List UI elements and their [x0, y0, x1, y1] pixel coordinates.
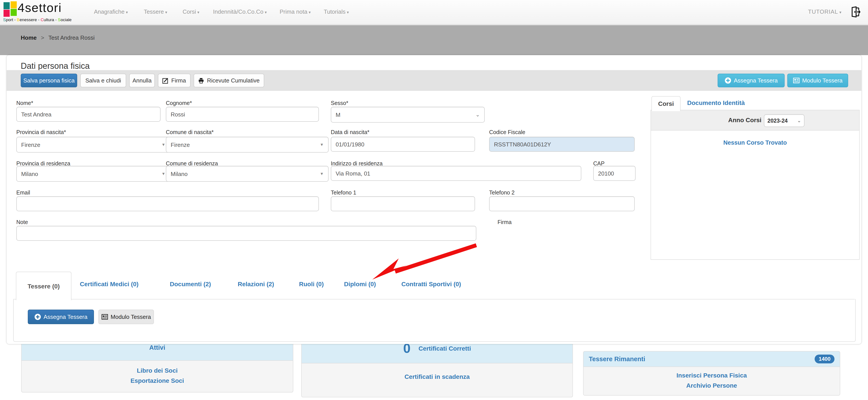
nome-label: Nome*: [16, 100, 33, 106]
tab-ruoli[interactable]: Ruoli (0): [299, 280, 324, 287]
assign-card-button-top[interactable]: Assegna Tessera: [718, 74, 785, 87]
tagline-initial: S: [58, 17, 61, 22]
tagline-word: ociale: [61, 17, 72, 22]
caret-down-icon: ▾: [126, 10, 128, 14]
tab-contratti-sportivi[interactable]: Contratti Sportivi (0): [401, 280, 461, 287]
nav-tutorial-dropdown[interactable]: TUTORIAL▾: [808, 8, 841, 15]
cumulative-receipts-label: Ricevute Cumulative: [207, 77, 259, 84]
email-input[interactable]: [16, 196, 319, 211]
cap-input[interactable]: [593, 166, 636, 181]
sign-button[interactable]: Firma: [158, 74, 190, 87]
side-tab-corsi[interactable]: Corsi: [651, 96, 681, 111]
save-button[interactable]: Salva persona fisica: [21, 74, 77, 87]
esportazione-soci-link[interactable]: Esportazione Soci: [22, 377, 293, 384]
save-close-button[interactable]: Salva e chiudi: [80, 74, 126, 87]
tab-certificati-medici[interactable]: Certificati Medici (0): [80, 280, 138, 287]
brand-tagline: Sport - Benessere - Cultura - Sociale: [3, 17, 72, 22]
tab-relazioni[interactable]: Relazioni (2): [238, 280, 274, 287]
email-label: Email: [16, 190, 30, 196]
logo-square-teal: [3, 2, 10, 9]
tagline-sep: -: [37, 17, 40, 22]
comune-residenza-select[interactable]: Milano ▼: [166, 166, 329, 182]
tab-documenti[interactable]: Documenti (2): [170, 280, 211, 287]
nome-input[interactable]: [16, 107, 160, 122]
nav-label: Tutorials: [324, 8, 346, 15]
toolbar: Salva persona fisica Salva e chiudi Annu…: [7, 70, 861, 91]
comune-nascita-label: Comune di nascita*: [166, 129, 214, 135]
note-label: Note: [16, 219, 28, 225]
breadcrumb-home-link[interactable]: Home: [21, 34, 37, 41]
cognome-label: Cognome*: [166, 100, 192, 106]
nav-tessere[interactable]: Tessere▾: [144, 8, 167, 15]
tab-diplomi[interactable]: Diplomi (0): [344, 280, 376, 287]
card-module-icon: [101, 314, 108, 320]
card-module-button-top[interactable]: Modulo Tessera: [787, 74, 848, 87]
plus-circle-icon: [725, 77, 731, 84]
anno-corsi-label: Anno Corsi: [728, 116, 762, 123]
codice-fiscale-input[interactable]: [489, 137, 635, 152]
printer-icon: [198, 78, 205, 84]
anno-corsi-select[interactable]: 2023-24 ⌄: [764, 114, 805, 127]
telefono2-input[interactable]: [489, 196, 635, 211]
breadcrumb-band: Home > Test Andrea Rossi: [0, 25, 868, 55]
page-title: Dati persona fisica: [21, 61, 90, 71]
cancel-button[interactable]: Annulla: [129, 74, 155, 87]
codice-fiscale-label: Codice Fiscale: [489, 129, 525, 135]
telefono1-input[interactable]: [331, 196, 475, 211]
caret-down-icon: ▾: [347, 10, 349, 14]
anno-corsi-value: 2023-24: [768, 118, 788, 124]
nav-tutorials[interactable]: Tutorials▾: [324, 8, 349, 15]
assign-card-label-top: Assegna Tessera: [734, 77, 778, 84]
tutorial-label: TUTORIAL: [808, 8, 838, 15]
widget-tessere-body: Inserisci Persona Fisica Archivio Person…: [583, 367, 840, 396]
tagline-word: enessere: [20, 17, 37, 22]
select-arrow-icon: ▼: [320, 143, 324, 147]
nav-corsi[interactable]: Corsi▾: [183, 8, 199, 15]
select-arrow-icon: ▼: [161, 143, 165, 147]
provincia-nascita-select[interactable]: Firenze ▼: [16, 137, 170, 153]
nav-label: Tessere: [144, 8, 164, 15]
comune-nascita-value: Firenze: [171, 141, 190, 148]
provincia-residenza-select[interactable]: Milano ▼: [16, 166, 170, 182]
select-arrow-icon: ▼: [161, 172, 165, 176]
telefono1-label: Telefono 1: [331, 190, 356, 196]
caret-down-icon: ▾: [165, 10, 167, 14]
cognome-input[interactable]: [166, 107, 319, 122]
caret-down-icon: ▾: [309, 10, 311, 14]
note-input[interactable]: [16, 226, 476, 241]
certificati-header-label[interactable]: Certificati Corretti: [418, 345, 471, 352]
logo-square-red: [3, 10, 10, 17]
tagline-initial: S: [3, 17, 6, 22]
tab-tessere[interactable]: Tessere (0): [16, 272, 71, 300]
logout-button[interactable]: [850, 6, 862, 18]
indirizzo-input[interactable]: [331, 166, 581, 181]
card-module-icon: [793, 78, 799, 83]
side-panel-body: Anno Corsi 2023-24 ⌄ Nessun Corso Trovat…: [651, 110, 860, 260]
tagline-word: port: [6, 17, 13, 22]
firma-label: Firma: [497, 219, 512, 225]
nav-indennita[interactable]: Indennità/Co.Co.Co▾: [213, 8, 267, 15]
select-arrow-icon: ▼: [320, 172, 324, 176]
assign-card-button[interactable]: Assegna Tessera: [28, 310, 94, 324]
tessere-rimanenti-badge: 1400: [815, 355, 835, 363]
archivio-persone-link[interactable]: Archivio Persone: [584, 382, 840, 389]
tagline-sep: -: [13, 17, 17, 22]
nav-prima-nota[interactable]: Prima nota▾: [280, 8, 311, 15]
libro-dei-soci-link[interactable]: Libro dei Soci: [22, 367, 293, 374]
sesso-select[interactable]: M ⌄: [331, 107, 485, 123]
sign-button-label: Firma: [172, 77, 186, 84]
nav-anagrafiche[interactable]: Anagrafiche▾: [94, 8, 128, 15]
tagline-word: ultura: [44, 17, 54, 22]
logo-square-yellow: [10, 1, 17, 8]
provincia-nascita-label: Provincia di nascita*: [16, 129, 66, 135]
side-tab-documento-identita[interactable]: Documento Identità: [687, 99, 745, 106]
brand-name: 4settori: [18, 1, 62, 15]
data-nascita-input[interactable]: [331, 137, 475, 152]
nav-label: Corsi: [183, 8, 196, 15]
comune-nascita-select[interactable]: Firenze ▼: [166, 137, 329, 153]
inserisci-persona-fisica-link[interactable]: Inserisci Persona Fisica: [584, 372, 840, 379]
card-module-button[interactable]: Modulo Tessera: [98, 310, 154, 324]
widget-soci-body: Libro dei Soci Esportazione Soci: [21, 361, 293, 393]
cumulative-receipts-button[interactable]: Ricevute Cumulative: [194, 74, 264, 87]
certificati-in-scadenza-link[interactable]: Certificati in scadenza: [302, 373, 572, 380]
